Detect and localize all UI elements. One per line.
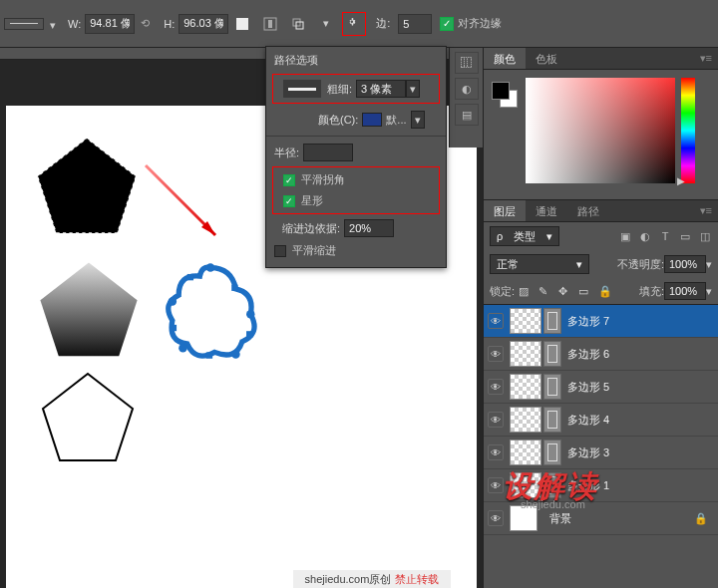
shape-polygon-7-selected[interactable]: [158, 257, 263, 363]
visibility-icon[interactable]: 👁: [488, 379, 504, 395]
popup-title: 路径选项: [266, 47, 446, 74]
svg-marker-7: [40, 262, 137, 356]
annotation-arrow: [136, 155, 235, 255]
layer-name[interactable]: 多边形 3: [567, 445, 609, 460]
lock-move-icon[interactable]: ✥: [558, 285, 572, 298]
layer-thumb[interactable]: [510, 308, 541, 334]
layer-name[interactable]: 多边形 5: [567, 380, 609, 395]
layer-thumb[interactable]: [510, 440, 541, 465]
layer-row[interactable]: 👁 多边形 6: [484, 338, 718, 371]
opacity-input[interactable]: [664, 255, 706, 273]
align-center-icon[interactable]: [258, 12, 282, 36]
mask-thumb[interactable]: [543, 374, 561, 400]
lock-brush-icon[interactable]: ✎: [538, 285, 552, 298]
layer-row[interactable]: 👁 多边形 3: [484, 437, 718, 469]
align-left-icon[interactable]: [230, 12, 254, 36]
chevron-down-icon[interactable]: ▾: [406, 80, 420, 98]
gear-icon[interactable]: [342, 12, 366, 36]
mask-thumb[interactable]: [543, 440, 561, 465]
layer-name[interactable]: 多边形 7: [567, 314, 609, 329]
adjustments-icon[interactable]: ◐: [455, 78, 479, 100]
foreground-color[interactable]: [492, 82, 510, 100]
layers-icon[interactable]: ▤: [455, 104, 479, 126]
visibility-icon[interactable]: 👁: [488, 313, 504, 329]
star-checkbox[interactable]: ✓: [283, 195, 295, 207]
lock-artboard-icon[interactable]: ▭: [578, 285, 592, 298]
smooth-corners-checkbox[interactable]: ✓: [283, 174, 295, 186]
visibility-icon[interactable]: 👁: [488, 346, 504, 362]
thickness-input[interactable]: [356, 80, 406, 98]
fill-input[interactable]: [664, 282, 706, 300]
indent-input[interactable]: [344, 219, 394, 237]
fg-bg-swatch[interactable]: [492, 82, 518, 108]
mask-thumb[interactable]: [543, 308, 561, 334]
sides-input[interactable]: [398, 14, 432, 34]
filter-smart-icon[interactable]: ◫: [698, 230, 712, 243]
panel-menu-icon[interactable]: ▾≡: [694, 48, 718, 69]
shape-polygon-2: [34, 257, 144, 365]
smooth-indent-checkbox[interactable]: ✓: [274, 245, 286, 257]
tab-channels[interactable]: 通道: [526, 200, 567, 221]
visibility-icon[interactable]: 👁: [488, 412, 504, 428]
color-swatch[interactable]: [362, 113, 382, 127]
star-label: 星形: [301, 193, 323, 208]
height-input[interactable]: [179, 14, 228, 34]
filter-text-icon[interactable]: T: [658, 230, 672, 243]
chevron-down-icon: ▾: [546, 230, 552, 243]
panel-menu-icon[interactable]: ▾≡: [694, 200, 718, 221]
histogram-icon[interactable]: ⿲: [455, 52, 479, 74]
link-icon[interactable]: ⟲: [141, 17, 150, 30]
align-edges-checkbox[interactable]: ✓: [440, 17, 454, 31]
tab-layers[interactable]: 图层: [484, 200, 526, 221]
line-preview[interactable]: [283, 80, 321, 98]
color-value[interactable]: 默...: [386, 113, 406, 128]
width-label: W:: [68, 18, 81, 30]
blend-mode-select[interactable]: 正常 ▾: [490, 254, 589, 274]
layer-row[interactable]: 👁 多边形 7: [484, 305, 718, 338]
visibility-icon[interactable]: 👁: [488, 510, 504, 526]
arrange-icon[interactable]: [286, 12, 310, 36]
radius-input[interactable]: [303, 144, 353, 161]
chevron-down-icon[interactable]: ▾: [314, 12, 338, 36]
layer-row[interactable]: 👁 多边形 4: [484, 404, 718, 437]
layer-row[interactable]: 👁 多边形 5: [484, 371, 718, 404]
layer-name[interactable]: 多边形 6: [567, 347, 609, 362]
hue-slider[interactable]: ▶: [681, 78, 695, 183]
filter-adjust-icon[interactable]: ◐: [638, 230, 652, 243]
lock-all-icon[interactable]: 🔒: [598, 285, 612, 298]
visibility-icon[interactable]: 👁: [488, 477, 504, 493]
layer-list: 👁 多边形 7 👁 多边形 6 👁 多边形 5: [484, 304, 718, 588]
layer-name[interactable]: 多边形 4: [567, 413, 609, 428]
layer-name[interactable]: 背景: [549, 511, 571, 526]
visibility-icon[interactable]: 👁: [488, 444, 504, 460]
chevron-down-icon[interactable]: ▾: [411, 111, 425, 129]
tab-paths[interactable]: 路径: [567, 200, 609, 221]
layer-filter-type[interactable]: ρ 类型 ▾: [490, 226, 559, 246]
svg-point-13: [169, 297, 177, 305]
lock-icon[interactable]: 🔒: [694, 512, 708, 525]
color-picker-field[interactable]: [526, 78, 675, 183]
watermark-site: shejiedu.com: [305, 573, 370, 585]
chevron-down-icon[interactable]: ▾: [706, 285, 712, 298]
svg-point-10: [246, 310, 254, 318]
mask-thumb[interactable]: [543, 407, 561, 433]
svg-point-21: [519, 314, 533, 328]
filter-label: 类型: [514, 229, 536, 244]
chevron-down-icon[interactable]: ▾: [706, 258, 712, 271]
layer-thumb[interactable]: [510, 407, 541, 433]
radius-label: 半径:: [274, 146, 299, 160]
watermark-brand-sub: shejiedu.com: [521, 498, 585, 510]
thickness-label: 粗细:: [327, 82, 352, 97]
tab-swatches[interactable]: 色板: [526, 48, 567, 69]
layer-thumb[interactable]: [510, 341, 541, 367]
chevron-down-icon: ▾: [576, 258, 582, 271]
lock-pixels-icon[interactable]: ▨: [519, 285, 533, 298]
tab-color[interactable]: 颜色: [484, 48, 526, 69]
mask-thumb[interactable]: [543, 341, 561, 367]
width-input[interactable]: [85, 14, 135, 34]
stroke-style-preview[interactable]: [4, 18, 44, 30]
chevron-down-icon[interactable]: ▾: [50, 19, 60, 29]
filter-image-icon[interactable]: ▣: [618, 230, 632, 243]
filter-shape-icon[interactable]: ▭: [678, 230, 692, 243]
layer-thumb[interactable]: [510, 374, 541, 400]
